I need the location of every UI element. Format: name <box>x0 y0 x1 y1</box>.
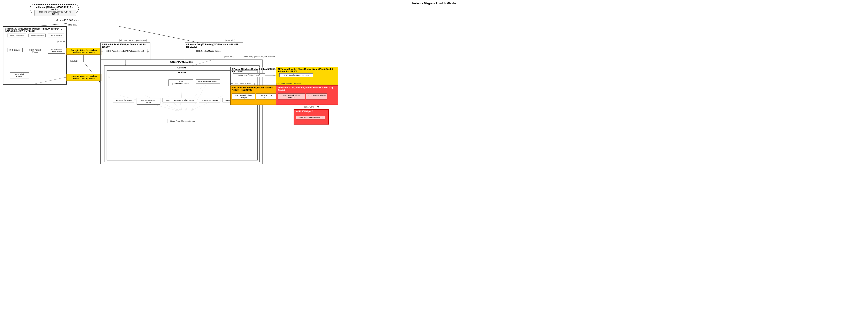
emby-media-box[interactable]: Emby Media Server <box>113 98 134 102</box>
edge-label-eth3-kaesa: [eth3, eth1] <box>225 39 235 41</box>
modem-isp-label: Modem ISP, 100 Mbps <box>56 19 79 22</box>
ap-rumah-etan: AP Rumah ETan, 100Mbps, Router Totolink … <box>276 85 338 105</box>
nginx-proxy-box[interactable]: Nginx Proxy Manager Server <box>167 119 198 123</box>
ssid-kantor-pondok: SSID: Pondok Mbodo <box>256 94 276 99</box>
ssid-etan-hotspot: SSID: Pondok Mbodo Hotspot <box>278 94 305 99</box>
edge-label-eth1-wan: [eth1, wan] <box>304 106 314 108</box>
server-pc01-label: Server PC01, 1Gbps <box>101 60 262 64</box>
ssid-kantor-hotspot: SSID: Pondok Mbodo Hotspot <box>232 94 255 99</box>
ssid-abah-box[interactable]: SSID: Abah Rumah <box>10 72 29 78</box>
indihome-alt-label: Indihome (100Mbps, 300GB FUP) Rp 417.000 <box>39 11 71 15</box>
ap-kantor: AP Kantor TU, 100Mbps, Router Totolink N… <box>230 85 279 105</box>
pppoe-service-box[interactable]: PPPoE Service <box>29 34 45 37</box>
mikrotik-label: Mikrotik 100 Mbps, Router Wireless 'RB95… <box>3 27 66 33</box>
mikrotik-group: Mikrotik 100 Mbps, Router Wireless 'RB95… <box>3 26 67 84</box>
converter-fo-01a: Converter FO 01 A, 100Mbps, Netlink 3100… <box>66 48 101 55</box>
ssid-pondok-mbodo-box[interactable]: SSID: Pondok Mbodo <box>25 48 46 54</box>
ssid-pondok-putri: SSID: Pondok Mbodo (PPPoE: pondokputri) <box>103 49 148 53</box>
smri-group: SMRI, 100Mbps, ?? SSID: Pondok Mbodo Hot… <box>293 109 329 125</box>
ap-kaesa: AP Kaesa, 1Gbps, Router ONT Fiberhome HG… <box>185 42 243 60</box>
edge-label-eth2-aisa: [eth2, wan, PPPoE: aisa] <box>254 56 276 58</box>
ssid-pondok-hotspot-box[interactable]: SSID: Pondok Mbodo Hotspot <box>48 48 65 54</box>
dhcp-service-box[interactable]: DHCP Service <box>48 34 64 37</box>
ssid-taman-hotspot: SSID: Pondok Mbodo Hotspot <box>279 73 313 77</box>
postgresql-box[interactable]: PostgreSQL Server <box>199 98 220 102</box>
converter-fo-01b-label: Converter FO 01 B, 100Mbps, Netlink 3100… <box>68 75 99 79</box>
modem-isp-node: Modem ISP, 100 Mbps <box>52 17 83 23</box>
ap-taman-suwuk-label: AP Taman Suwuk, 1Gbps, Router Xiaomi Mi … <box>276 67 338 73</box>
smri-label: SMRI, 100Mbps, ?? <box>294 110 328 113</box>
dns-service-box[interactable]: DNS Service <box>7 48 23 52</box>
page-title: Network Diagram Pondok Mbodo <box>0 0 868 6</box>
edge-label-eth3-eth1: [eth3, eth1] <box>68 24 77 26</box>
mariadb-box[interactable]: MariaDB MySQL Server <box>136 98 160 105</box>
ap-aisa-label: AP Aisa, 100Mbps, Router Totolink N300RT… <box>230 67 278 73</box>
web-pondok-box[interactable]: Web pondokmbodo.local <box>168 79 193 86</box>
nas-nextcloud-box[interactable]: NAS Nextcloud Server <box>196 79 220 84</box>
ap-kantor-label: AP Kantor TU, 100Mbps, Router Totolink N… <box>230 86 278 92</box>
ap-rumah-etan-label: AP Rumah ETan, 100Mbps, Router Totolink … <box>276 86 338 92</box>
ssid-smri-hotspot: SSID: Pondok Mbodo Hotspot <box>296 115 325 119</box>
ap-pondok-putri: AP Pondok Putri, 100Mbps, Tenda N301: Rp… <box>100 42 150 60</box>
edge-label-eth3-2: [eth3, eth1] <box>224 56 234 58</box>
edge-label-eth3-wan: [eth3, wan] <box>244 56 253 58</box>
ssid-kaesa-hotspot: SSID: Pondok Mbodo Hotspot <box>191 49 226 53</box>
hotspot-service-box[interactable]: Hotspot Service <box>7 34 26 37</box>
edge-label-pppoe-putri: [eth2, wan, PPPoE: pondokputri] <box>119 39 147 41</box>
ssid-aisa-pppoe: SSID: Aisa (PPPoE: aisa) <box>233 73 265 77</box>
edge-label-eth4: [eth4, eth1] <box>57 40 67 42</box>
edge-label-fs1: [fs1, fs1] <box>70 60 78 62</box>
ap-kaesa-label: AP Kaesa, 1Gbps, Router ONT Fiberhome HG… <box>185 43 243 49</box>
svg-line-3 <box>35 23 67 26</box>
edge-label-rumahan: [eth2, wan, PPPoE: rumahan] <box>276 82 301 84</box>
ssid-etan-pondok: SSID: Pondok Mbodo <box>306 94 328 99</box>
indihome-alt-node: Indihome (100Mbps, 300GB FUP) Rp 417.000 <box>34 10 76 16</box>
converter-fo-01a-label: Converter FO 01 A, 100Mbps, Netlink 3100… <box>68 49 99 53</box>
edge-label-kantor: [eth1, wan, PPPoE: kantoriu] <box>230 82 255 84</box>
converter-fo-01b: Converter FO 01 B, 100Mbps, Netlink 3100… <box>66 74 101 81</box>
ap-pondok-putri-label: AP Pondok Putri, 100Mbps, Tenda N301: Rp… <box>101 43 150 49</box>
s3-minio-box[interactable]: S3 Storage Minio Server <box>170 98 197 102</box>
